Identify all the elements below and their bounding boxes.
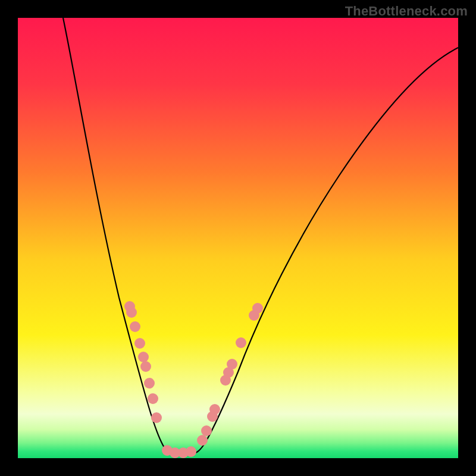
data-marker bbox=[138, 352, 149, 362]
data-marker bbox=[130, 321, 140, 332]
data-marker bbox=[148, 393, 158, 404]
data-marker bbox=[227, 359, 237, 369]
data-marker bbox=[140, 361, 151, 372]
data-marker bbox=[201, 425, 212, 436]
data-marker bbox=[252, 303, 263, 314]
data-marker bbox=[126, 307, 137, 318]
plot-frame bbox=[18, 18, 458, 458]
data-marker bbox=[151, 412, 162, 423]
data-marker bbox=[197, 435, 208, 446]
v-curve-line bbox=[63, 18, 458, 454]
plot-overlay bbox=[18, 18, 458, 458]
data-marker bbox=[134, 338, 145, 349]
data-marker bbox=[144, 378, 155, 389]
data-marker bbox=[209, 404, 220, 415]
data-marker bbox=[236, 337, 246, 348]
marker-layer bbox=[124, 301, 263, 458]
data-marker bbox=[186, 446, 196, 457]
watermark-text: TheBottleneck.com bbox=[345, 4, 468, 19]
